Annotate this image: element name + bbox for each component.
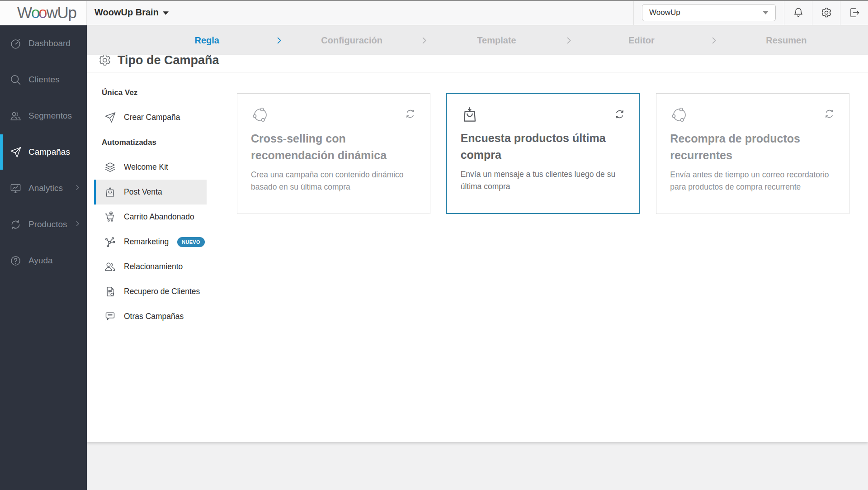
sidebar-item-label: Analytics (28, 183, 63, 193)
wizard-steps: Regla Configuración Template Editor Resu… (87, 25, 868, 55)
caret-down-icon (763, 11, 769, 14)
menu-section-header: Única Vez (94, 80, 237, 105)
card-recompra-productos[interactable]: Recompra de productos recurrentes Envía … (656, 93, 849, 214)
menu-item-crear-campana[interactable]: Crear Campaña (94, 105, 207, 130)
menu-item-label: Otras Campañas (124, 312, 184, 321)
sidebar-item-productos[interactable]: Productos (0, 206, 87, 243)
menu-item-carrito-abandonado[interactable]: Carrito Abandonado (94, 205, 207, 229)
menu-item-label: Relacionamiento (124, 262, 183, 271)
content-sheet: Tipo de Campaña Única Vez Crear Campaña … (87, 55, 868, 442)
sidebar-item-label: Productos (28, 219, 67, 229)
step-configuracion[interactable]: Configuración (283, 35, 420, 46)
account-select-value: WoowUp (649, 8, 680, 17)
card-title: Encuesta productos última compra (461, 130, 626, 163)
settings-button[interactable] (812, 0, 840, 25)
chevron-right-icon (74, 219, 81, 229)
brand-menu[interactable]: WoowUp Brain (94, 0, 169, 25)
step-regla[interactable]: Regla (139, 35, 275, 46)
page-header: Tipo de Campaña (87, 55, 868, 72)
layers-icon (104, 161, 116, 173)
menu-item-label: Remarketing (124, 237, 169, 247)
main-area: Regla Configuración Template Editor Resu… (87, 25, 868, 490)
paper-plane-icon (104, 111, 116, 124)
menu-item-label: Crear Campaña (124, 113, 180, 122)
menu-item-label: Post Venta (124, 187, 162, 197)
card-cross-selling[interactable]: Cross-selling con recomendación dinámica… (237, 93, 430, 214)
logo-letter: o (38, 4, 47, 21)
gear-icon (821, 7, 832, 19)
account-select[interactable]: WoowUp (642, 4, 776, 21)
sidebar-item-clientes[interactable]: Clientes (0, 62, 87, 98)
card-title: Cross-selling con recomendación dinámica (251, 130, 416, 164)
gear-icon (98, 55, 112, 67)
refresh-icon (404, 108, 416, 120)
menu-item-relacionamiento[interactable]: Relacionamiento (94, 254, 207, 279)
brand-menu-label: WoowUp Brain (94, 7, 159, 18)
menu-item-remarketing[interactable]: Remarketing NUEVO (94, 229, 207, 254)
sidebar-item-label: Clientes (28, 75, 60, 85)
sync-icon (9, 219, 22, 231)
shopping-bag-icon (461, 106, 479, 124)
users-icon (9, 110, 22, 122)
account-select-cell: WoowUp (633, 0, 784, 25)
logout-button[interactable] (840, 0, 868, 25)
share-network-icon (670, 105, 689, 124)
topbar-actions: WoowUp (633, 0, 868, 25)
sidebar-item-ayuda[interactable]: Ayuda (0, 243, 87, 279)
woowup-logo[interactable]: WoowUp (17, 5, 76, 20)
logo-area: WoowUp (0, 0, 87, 25)
chevron-right-icon (565, 36, 573, 45)
paper-plane-icon (9, 146, 22, 158)
card-description: Envía antes de tiempo un correo recordat… (670, 169, 835, 193)
menu-item-label: Welcome Kit (124, 162, 168, 172)
users-icon (104, 261, 116, 273)
menu-item-welcome-kit[interactable]: Welcome Kit (94, 155, 207, 180)
menu-item-label: Recupero de Clientes (124, 287, 200, 296)
refresh-icon (613, 108, 626, 120)
sidebar-item-label: Dashboard (28, 38, 71, 48)
menu-section-header: Automatizadas (94, 130, 237, 155)
card-description: Envía un mensaje a tus clientes luego de… (461, 168, 626, 193)
bell-icon (793, 7, 804, 19)
menu-item-otras-campanas[interactable]: Otras Campañas (94, 304, 207, 329)
analytics-monitor-icon (9, 182, 22, 195)
document-refresh-icon (104, 285, 116, 298)
chevron-right-icon (74, 183, 81, 193)
shopping-bag-icon (104, 186, 116, 198)
sign-out-icon (849, 7, 860, 19)
sidebar-item-label: Ayuda (28, 256, 53, 266)
sidebar-item-campanas[interactable]: Campañas (0, 134, 87, 170)
share-network-icon (251, 105, 270, 124)
sidebar-item-dashboard[interactable]: Dashboard (0, 25, 87, 62)
page-title: Tipo de Campaña (118, 55, 219, 67)
logo-letter: W (17, 4, 31, 21)
question-icon (9, 255, 22, 267)
card-description: Crea una campaña con contenido dinámico … (251, 169, 416, 193)
menu-item-post-venta[interactable]: Post Venta (94, 180, 207, 205)
card-encuesta-productos[interactable]: Encuesta productos última compra Envía u… (446, 93, 641, 214)
refresh-icon (823, 108, 835, 120)
sidebar-item-analytics[interactable]: Analytics (0, 170, 87, 206)
caret-down-icon (163, 11, 169, 15)
menu-item-recupero-de-clientes[interactable]: Recupero de Clientes (94, 279, 207, 304)
notifications-button[interactable] (784, 0, 812, 25)
campaign-cards: Cross-selling con recomendación dinámica… (237, 72, 868, 442)
speech-bubble-icon (104, 310, 116, 323)
search-icon (9, 74, 22, 86)
sidebar-item-label: Campañas (28, 147, 70, 157)
chevron-right-icon (275, 36, 283, 45)
step-template[interactable]: Template (429, 35, 565, 46)
step-editor[interactable]: Editor (573, 35, 709, 46)
logo-letter: wUp (47, 4, 76, 21)
menu-item-label: Carrito Abandonado (124, 212, 194, 222)
chevron-right-icon (420, 36, 429, 45)
nuevo-badge: NUEVO (177, 237, 205, 247)
gauge-icon (9, 38, 22, 50)
main-sidebar: Dashboard Clientes Segmentos Campañas An… (0, 25, 87, 490)
top-bar: WoowUp WoowUp Brain WoowUp (0, 0, 868, 25)
network-icon (104, 236, 116, 248)
step-resumen[interactable]: Resumen (718, 35, 854, 46)
cart-icon (104, 211, 116, 223)
sidebar-item-segmentos[interactable]: Segmentos (0, 98, 87, 134)
campaign-type-menu: Única Vez Crear Campaña Automatizadas We… (87, 72, 237, 442)
